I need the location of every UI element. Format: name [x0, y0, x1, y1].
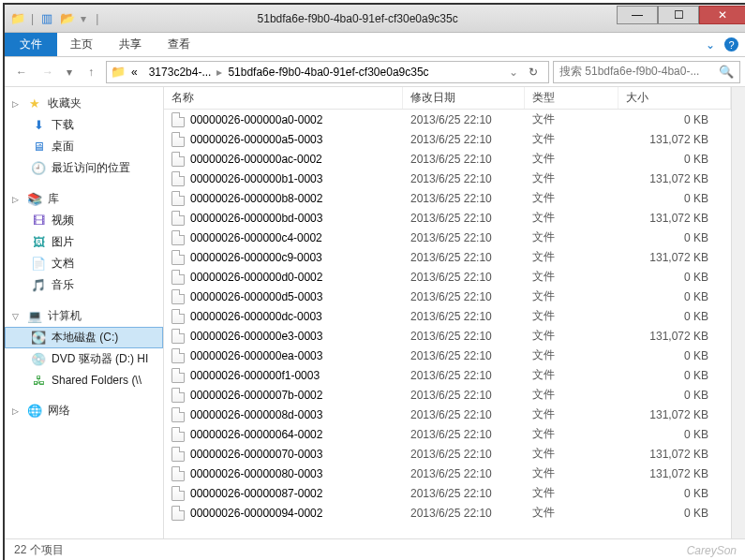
file-row[interactable]: 00000026-000000dc-00032013/6/25 22:10文件0… — [164, 306, 731, 326]
ribbon: 文件 主页 共享 查看 ⌄ ? — [5, 33, 745, 57]
file-row[interactable]: 00000026-0000007b-00022013/6/25 22:10文件0… — [164, 385, 731, 405]
picture-icon: 🖼 — [31, 235, 46, 250]
sidebar-item-dvd-drive[interactable]: 💿DVD 驱动器 (D:) HI — [5, 348, 163, 370]
properties-icon[interactable]: ▥ — [39, 11, 54, 26]
ribbon-tab-view[interactable]: 查看 — [155, 31, 203, 58]
forward-button[interactable]: → — [37, 61, 59, 83]
breadcrumb[interactable]: 📁 « 3173c2b4-... ▸ 51bdfa6e-f9b0-4ba0-91… — [106, 61, 549, 83]
file-size: 0 KB — [618, 153, 731, 166]
folder-icon: 📁 — [111, 65, 126, 80]
vertical-scrollbar[interactable] — [731, 87, 745, 538]
file-date: 2013/6/25 22:10 — [403, 369, 525, 382]
file-type: 文件 — [525, 308, 618, 324]
file-row[interactable]: 00000026-000000d0-00022013/6/25 22:10文件0… — [164, 267, 731, 287]
file-row[interactable]: 00000026-000000c4-00022013/6/25 22:10文件0… — [164, 228, 731, 247]
file-name: 00000026-000000f1-0003 — [190, 369, 320, 382]
col-size[interactable]: 大小 — [618, 87, 731, 109]
watermark: CareySon — [687, 544, 737, 557]
breadcrumb-seg2[interactable]: 51bdfa6e-f9b0-4ba0-91ef-cf30e0a9c35c — [222, 66, 434, 79]
file-row[interactable]: 00000026-000000b8-00022013/6/25 22:10文件0… — [164, 188, 731, 208]
breadcrumb-seg1[interactable]: 3173c2b4-... — [143, 66, 217, 79]
sidebar-item-music[interactable]: 🎵音乐 — [5, 274, 163, 296]
ribbon-file-tab[interactable]: 文件 — [5, 33, 57, 56]
file-row[interactable]: 00000026-00000064-00022013/6/25 22:10文件0… — [164, 424, 731, 444]
file-type: 文件 — [525, 465, 618, 481]
file-row[interactable]: 00000026-000000ea-00032013/6/25 22:10文件0… — [164, 346, 731, 365]
sidebar-item-pictures[interactable]: 🖼图片 — [5, 231, 163, 253]
search-input[interactable]: 搜索 51bdfa6e-f9b0-4ba0-... 🔍 — [553, 61, 740, 83]
file-icon — [171, 289, 185, 304]
file-row[interactable]: 00000026-000000bd-00032013/6/25 22:10文件1… — [164, 208, 731, 228]
file-type: 文件 — [525, 347, 618, 363]
file-icon — [171, 112, 185, 127]
file-icon — [171, 368, 185, 383]
window-title: 51bdfa6e-f9b0-4ba0-91ef-cf30e0a9c35c — [98, 12, 617, 25]
file-date: 2013/6/25 22:10 — [403, 428, 525, 441]
file-type: 文件 — [525, 111, 618, 127]
file-date: 2013/6/25 22:10 — [403, 467, 525, 480]
file-type: 文件 — [525, 446, 618, 462]
file-size: 131,072 KB — [618, 330, 731, 343]
file-size: 131,072 KB — [618, 448, 731, 461]
ribbon-tab-home[interactable]: 主页 — [57, 31, 106, 58]
file-icon — [171, 427, 185, 442]
network-icon: 🌐 — [27, 404, 42, 419]
back-button[interactable]: ← — [10, 61, 33, 83]
file-type: 文件 — [525, 151, 618, 167]
file-row[interactable]: 00000026-00000070-00032013/6/25 22:10文件1… — [164, 444, 731, 464]
breadcrumb-dropdown-icon[interactable]: ⌄ — [509, 66, 518, 79]
music-icon: 🎵 — [31, 278, 46, 293]
file-row[interactable]: 00000026-00000087-00022013/6/25 22:10文件0… — [164, 483, 731, 503]
sidebar-favorites-head[interactable]: ▷★ 收藏夹 — [5, 93, 163, 114]
col-date[interactable]: 修改日期 — [403, 87, 525, 109]
file-size: 131,072 KB — [618, 408, 731, 421]
file-date: 2013/6/25 22:10 — [403, 349, 525, 362]
file-row[interactable]: 00000026-00000080-00032013/6/25 22:10文件1… — [164, 464, 731, 483]
file-name: 00000026-00000080-0003 — [190, 467, 322, 480]
ribbon-expand-icon[interactable]: ⌄ — [706, 38, 715, 52]
file-row[interactable]: 00000026-000000c9-00032013/6/25 22:10文件1… — [164, 247, 731, 267]
file-size: 0 KB — [618, 192, 731, 205]
download-icon: ⬇ — [31, 118, 46, 133]
sidebar-item-documents[interactable]: 📄文档 — [5, 253, 163, 274]
col-name[interactable]: 名称 — [164, 87, 403, 109]
help-icon[interactable]: ? — [724, 37, 738, 52]
sidebar-item-videos[interactable]: 🎞视频 — [5, 210, 163, 231]
open-folder-icon[interactable]: 📂 — [60, 11, 75, 26]
sidebar-item-shared-folders[interactable]: 🖧Shared Folders (\\ — [5, 370, 163, 391]
recent-dropdown[interactable]: ▾ — [63, 61, 76, 83]
close-button[interactable]: ✕ — [699, 6, 745, 24]
sidebar-item-recent[interactable]: 🕘最近访问的位置 — [5, 157, 163, 179]
file-name: 00000026-000000c4-0002 — [190, 231, 322, 244]
file-row[interactable]: 00000026-000000d5-00032013/6/25 22:10文件0… — [164, 287, 731, 306]
sidebar-libraries-head[interactable]: ▷📚 库 — [5, 188, 163, 210]
sidebar-item-downloads[interactable]: ⬇下载 — [5, 114, 163, 136]
file-row[interactable]: 00000026-000000f1-00032013/6/25 22:10文件0… — [164, 365, 731, 385]
sidebar-network-head[interactable]: ▷🌐 网络 — [5, 400, 163, 421]
file-name: 00000026-0000008d-0003 — [190, 408, 322, 421]
file-date: 2013/6/25 22:10 — [403, 172, 525, 185]
file-row[interactable]: 00000026-000000ac-00022013/6/25 22:10文件0… — [164, 149, 731, 169]
file-row[interactable]: 00000026-000000b1-00032013/6/25 22:10文件1… — [164, 169, 731, 188]
file-row[interactable]: 00000026-00000094-00022013/6/25 22:10文件0… — [164, 503, 731, 523]
up-button[interactable]: ↑ — [80, 61, 102, 83]
sidebar-item-local-disk-c[interactable]: 💽本地磁盘 (C:) — [5, 327, 163, 348]
file-row[interactable]: 00000026-000000a5-00032013/6/25 22:10文件1… — [164, 129, 731, 149]
file-row[interactable]: 00000026-000000e3-00032013/6/25 22:10文件1… — [164, 326, 731, 346]
file-icon — [171, 466, 185, 481]
maximize-button[interactable]: ☐ — [658, 6, 699, 24]
sidebar-computer-head[interactable]: ▽💻 计算机 — [5, 305, 163, 327]
search-icon: 🔍 — [719, 65, 734, 80]
file-name: 00000026-000000b1-0003 — [190, 172, 322, 185]
library-icon: 📚 — [27, 192, 42, 207]
file-size: 0 KB — [618, 428, 731, 441]
col-type[interactable]: 类型 — [525, 87, 618, 109]
ribbon-tab-share[interactable]: 共享 — [106, 31, 155, 58]
file-date: 2013/6/25 22:10 — [403, 408, 525, 421]
file-size: 0 KB — [618, 369, 731, 382]
sidebar-item-desktop[interactable]: 🖥桌面 — [5, 136, 163, 157]
file-row[interactable]: 00000026-0000008d-00032013/6/25 22:10文件1… — [164, 405, 731, 424]
file-row[interactable]: 00000026-000000a0-00022013/6/25 22:10文件0… — [164, 110, 731, 129]
refresh-button[interactable]: ↻ — [522, 62, 544, 82]
minimize-button[interactable]: — — [617, 6, 658, 24]
